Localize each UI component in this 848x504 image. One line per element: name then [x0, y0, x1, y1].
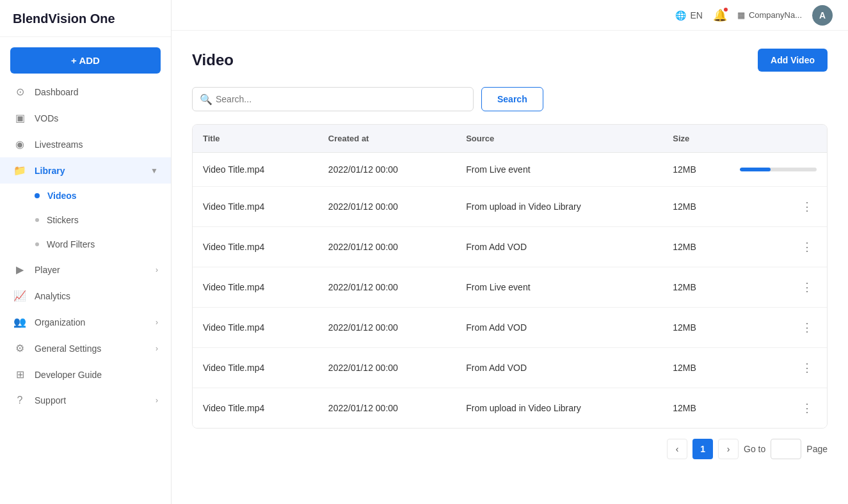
- row-menu-button[interactable]: ⋮: [797, 359, 817, 376]
- col-actions: [730, 125, 827, 153]
- table-row: Video Title.mp42022/01/12 00:00From Add …: [193, 227, 827, 267]
- sidebar-item-vods[interactable]: ▣ VODs: [0, 105, 171, 131]
- col-title: Title: [193, 125, 318, 153]
- search-input-wrapper: 🔍: [192, 87, 474, 111]
- sidebar-item-developer-guide[interactable]: ⊞ Developer Guide: [0, 361, 171, 388]
- support-icon: ?: [13, 395, 27, 406]
- progress-bar-wrap: [740, 168, 817, 171]
- page-content: Video Add Video 🔍 Search Title Created a…: [172, 31, 848, 504]
- player-icon: ▶: [13, 264, 27, 276]
- cell-actions: ⋮: [730, 348, 827, 388]
- sidebar-item-label: Organization: [35, 317, 85, 327]
- row-menu-button[interactable]: ⋮: [797, 279, 817, 295]
- cell-created-at: 2022/01/12 00:00: [318, 308, 456, 348]
- col-created-at: Created at: [318, 125, 456, 153]
- sidebar-item-videos[interactable]: Videos: [0, 184, 171, 208]
- table-row: Video Title.mp42022/01/12 00:00From uplo…: [193, 388, 827, 429]
- cell-created-at: 2022/01/12 00:00: [318, 348, 456, 388]
- cell-source: From upload in Video Library: [456, 187, 662, 227]
- settings-icon: ⚙: [13, 342, 27, 354]
- cell-source: From Add VOD: [456, 308, 662, 348]
- table-row: Video Title.mp42022/01/12 00:00From Add …: [193, 308, 827, 348]
- prev-page-button[interactable]: ‹: [667, 439, 687, 459]
- cell-title: Video Title.mp4: [193, 187, 318, 227]
- sidebar-item-label: Livestreams: [35, 139, 83, 150]
- inactive-dot: [35, 218, 39, 222]
- cell-size: 12MB: [662, 153, 730, 187]
- sidebar-item-stickers[interactable]: Stickers: [0, 208, 171, 232]
- sidebar-item-general-settings[interactable]: ⚙ General Settings ›: [0, 335, 171, 361]
- col-source: Source: [456, 125, 662, 153]
- table-row: Video Title.mp42022/01/12 00:00From uplo…: [193, 187, 827, 227]
- main-content: 🌐 EN 🔔 ▦ CompanyNa... A Video Add Video …: [172, 0, 848, 504]
- cell-title: Video Title.mp4: [193, 308, 318, 348]
- sidebar-item-support[interactable]: ? Support ›: [0, 388, 171, 413]
- sidebar-item-livestreams[interactable]: ◉ Livestreams: [0, 131, 171, 157]
- chevron-right-icon: ›: [156, 265, 158, 274]
- row-menu-button[interactable]: ⋮: [797, 198, 817, 215]
- sidebar-item-word-filters[interactable]: Word Filters: [0, 232, 171, 256]
- user-avatar[interactable]: A: [812, 5, 833, 26]
- cell-actions: ⋮: [730, 308, 827, 348]
- goto-input[interactable]: [771, 439, 801, 459]
- cell-created-at: 2022/01/12 00:00: [318, 153, 456, 187]
- organization-icon: 👥: [13, 316, 27, 328]
- cell-source: From Live event: [456, 153, 662, 187]
- sidebar-item-label: Developer Guide: [35, 370, 102, 380]
- cell-source: From Add VOD: [456, 227, 662, 267]
- cell-size: 12MB: [662, 227, 730, 267]
- sidebar-item-analytics[interactable]: 📈 Analytics: [0, 283, 171, 309]
- table-row: Video Title.mp42022/01/12 00:00From Live…: [193, 153, 827, 187]
- sidebar-item-organization[interactable]: 👥 Organization ›: [0, 309, 171, 335]
- developer-icon: ⊞: [13, 368, 27, 381]
- cell-size: 12MB: [662, 388, 730, 429]
- video-table: Title Created at Source Size Video Title…: [192, 124, 828, 429]
- language-selector[interactable]: 🌐 EN: [675, 10, 702, 20]
- cell-source: From Live event: [456, 267, 662, 308]
- sidebar-item-label: Support: [35, 395, 66, 406]
- app-logo: BlendVision One: [0, 0, 171, 37]
- company-selector[interactable]: ▦ CompanyNa...: [737, 10, 802, 20]
- notification-bell[interactable]: 🔔: [713, 8, 727, 22]
- search-input[interactable]: [192, 87, 474, 111]
- cell-title: Video Title.mp4: [193, 153, 318, 187]
- sidebar-item-label: Library: [35, 166, 65, 176]
- page-title: Video: [192, 51, 234, 69]
- sidebar-item-library[interactable]: 📁 Library ▼: [0, 157, 171, 184]
- cell-actions: ⋮: [730, 187, 827, 227]
- sidebar-item-player[interactable]: ▶ Player ›: [0, 256, 171, 283]
- search-icon: 🔍: [200, 93, 212, 106]
- sidebar-item-label: General Settings: [35, 343, 101, 354]
- cell-title: Video Title.mp4: [193, 227, 318, 267]
- library-icon: 📁: [13, 164, 27, 177]
- cell-size: 12MB: [662, 308, 730, 348]
- next-page-button[interactable]: ›: [718, 439, 739, 459]
- sidebar-item-label: Word Filters: [47, 239, 95, 249]
- table-header-row: Title Created at Source Size: [193, 125, 827, 153]
- chevron-right-icon: ›: [156, 318, 158, 327]
- add-video-button[interactable]: Add Video: [758, 49, 828, 72]
- cell-created-at: 2022/01/12 00:00: [318, 267, 456, 308]
- table-row: Video Title.mp42022/01/12 00:00From Live…: [193, 267, 827, 308]
- dashboard-icon: ⊙: [13, 86, 27, 98]
- current-page[interactable]: 1: [692, 439, 713, 459]
- table-row: Video Title.mp42022/01/12 00:00From Add …: [193, 348, 827, 388]
- sidebar-item-label: Player: [35, 265, 60, 275]
- sidebar-item-label: Videos: [47, 191, 77, 201]
- add-button[interactable]: + ADD: [10, 47, 161, 74]
- language-label: EN: [690, 10, 702, 20]
- top-header: 🌐 EN 🔔 ▦ CompanyNa... A: [172, 0, 848, 31]
- cell-actions: ⋮: [730, 227, 827, 267]
- progress-fill: [740, 168, 771, 171]
- sidebar: BlendVision One + ADD ⊙ Dashboard ▣ VODs…: [0, 0, 172, 504]
- search-button[interactable]: Search: [481, 87, 543, 111]
- row-menu-button[interactable]: ⋮: [797, 400, 817, 416]
- sidebar-item-dashboard[interactable]: ⊙ Dashboard: [0, 79, 171, 105]
- inactive-dot: [35, 242, 39, 246]
- notification-badge: [723, 6, 729, 13]
- cell-title: Video Title.mp4: [193, 348, 318, 388]
- page-title-row: Video Add Video: [192, 49, 828, 72]
- livestreams-icon: ◉: [13, 138, 27, 150]
- row-menu-button[interactable]: ⋮: [797, 239, 817, 255]
- row-menu-button[interactable]: ⋮: [797, 319, 817, 336]
